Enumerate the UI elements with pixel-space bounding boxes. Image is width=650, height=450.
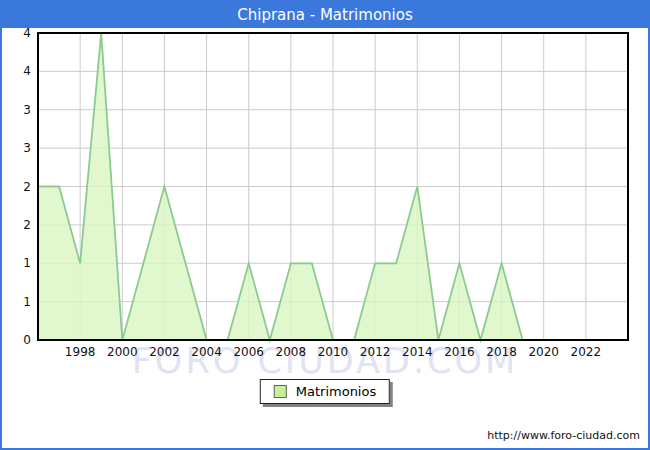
legend-swatch-icon — [274, 385, 287, 398]
chart-window: Chiprana - Matrimonios FORO CIUDAD.COM 4… — [0, 0, 650, 450]
x-axis-label: 2004 — [191, 345, 222, 359]
y-axis-label: 2 — [23, 218, 31, 232]
x-axis-label: 2006 — [233, 345, 264, 359]
footer-url: http://www.foro-ciudad.com — [487, 429, 640, 442]
y-axis-label: 4 — [23, 26, 31, 40]
x-axis-label: 2016 — [444, 345, 475, 359]
x-axis-label: 2014 — [402, 345, 433, 359]
y-axis-label: 0 — [23, 333, 31, 347]
y-axis-label: 3 — [23, 141, 31, 155]
x-axis-label: 2002 — [149, 345, 180, 359]
legend-label: Matrimonios — [296, 384, 376, 399]
x-axis-label: 2022 — [571, 345, 602, 359]
x-axis-label: 2008 — [276, 345, 307, 359]
y-axis-label: 2 — [23, 180, 31, 194]
x-axis-label: 2012 — [360, 345, 391, 359]
legend: Matrimonios — [260, 379, 390, 404]
x-axis-label: 2018 — [486, 345, 517, 359]
y-axis-label: 4 — [23, 64, 31, 78]
y-axis-label: 1 — [23, 256, 31, 270]
x-axis-label: 2000 — [107, 345, 138, 359]
x-axis-label: 2010 — [318, 345, 349, 359]
x-axis-label: 1998 — [65, 345, 96, 359]
x-axis-label: 2020 — [528, 345, 559, 359]
y-axis-label: 1 — [23, 295, 31, 309]
y-axis-label: 3 — [23, 103, 31, 117]
